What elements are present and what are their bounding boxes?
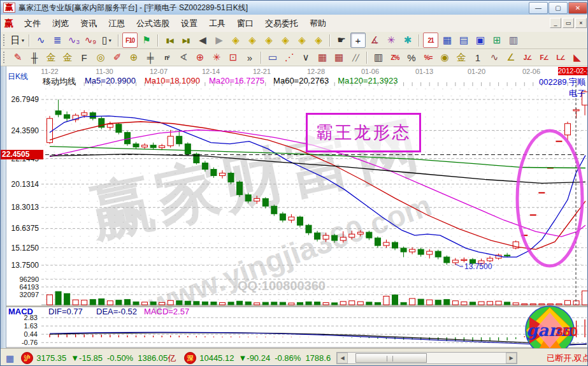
f10-info-icon[interactable]: F10 (122, 33, 138, 48)
gann-wheel-button-2-icon[interactable]: ◈ (245, 33, 260, 48)
box-select-icon[interactable]: ▭ (265, 50, 280, 65)
scrollbar-track[interactable] (348, 353, 506, 363)
menu-item-10[interactable]: 帮助 (304, 17, 332, 30)
target-circle-icon[interactable]: ⊕ (192, 50, 208, 65)
print-icon[interactable]: ▥ (506, 33, 521, 48)
time-comb-icon[interactable]: ╪ (143, 50, 158, 65)
connection-status[interactable]: 已断开,双点打开. (547, 353, 588, 364)
transfer-icon[interactable]: ⊞ (489, 33, 505, 48)
gold-circle-icon[interactable]: ◉ (437, 50, 452, 65)
gann-comb-icon[interactable]: ╫ (27, 50, 42, 65)
scale-ruler-icon[interactable]: ▥ (371, 50, 386, 65)
save-icon[interactable]: ▣ (473, 33, 488, 48)
scroll-left-arrow[interactable]: ◀ (337, 353, 348, 363)
v-wave-icon[interactable]: ∨ (298, 50, 313, 65)
svg-text:15.1250: 15.1250 (11, 244, 39, 253)
kline-chart-svg[interactable]: 26.794924.359022.144520.131418.301316.63… (1, 66, 588, 348)
horizontal-scrollbar[interactable]: ◀ ▶ (336, 352, 517, 364)
star-burst-icon[interactable]: ✳ (209, 50, 224, 65)
hand-tool-icon[interactable]: ☛ (334, 33, 349, 48)
red-grid-button-2-icon[interactable]: ▦ (331, 50, 347, 65)
n-square-icon[interactable]: n² (159, 50, 175, 65)
crosshair-tool-icon[interactable]: + (350, 33, 366, 48)
color-bar-icon-icon[interactable]: ⚑ (139, 33, 154, 48)
last-bar-icon[interactable]: ▶▮ (178, 33, 194, 48)
toolbar-grip[interactable] (3, 52, 6, 63)
web-tool-icon[interactable]: ✱ (400, 33, 415, 48)
mirror-angle-icon[interactable]: ∢ (176, 50, 191, 65)
maximize-button[interactable]: ▢ (549, 2, 568, 14)
wave-tool-icon[interactable]: ∿ (487, 50, 502, 65)
menu-item-4[interactable]: 江恩 (103, 17, 131, 30)
gann-wheel-button-3-icon[interactable]: ◈ (261, 33, 276, 48)
gann-wheel-button-6-icon[interactable]: ◈ (311, 33, 326, 48)
mdi-minimize-button[interactable]: _ (550, 18, 561, 28)
slash-lines-icon[interactable]: ╱╱ (348, 50, 363, 65)
window-left-frame (1, 66, 6, 348)
gann-wheel-button-1-icon[interactable]: ◈ (228, 33, 243, 48)
menu-item-9[interactable]: 交易委托 (259, 17, 304, 30)
spiral-tool-icon[interactable]: ◎ (93, 50, 108, 65)
minimize-button[interactable]: — (529, 2, 548, 14)
quote-grid-icon[interactable]: ▦ (6, 353, 14, 363)
gold-grid-button-1-icon[interactable]: 金 (43, 50, 59, 65)
mdi-close-button[interactable]: × (575, 18, 587, 28)
sz-down-arrow-icon: ▼ (238, 353, 247, 363)
red-grid-button-1-icon[interactable]: ▦ (315, 50, 330, 65)
calculator-icon[interactable]: ▦ (440, 33, 455, 48)
menu-item-7[interactable]: 工具 (203, 17, 231, 30)
gann-wheel-button-5-icon[interactable]: ◈ (294, 33, 310, 48)
calendar-icon[interactable]: 21 (423, 33, 438, 48)
kline-chart-area[interactable]: 赢家财富网 www.yingjia360.com QQ:100800360 26… (1, 66, 588, 348)
sh-down-arrow-icon: ▼ (71, 353, 79, 363)
menu-item-6[interactable]: 设置 (175, 17, 203, 30)
memo-icon[interactable]: ▤ (456, 33, 471, 48)
sh-index-value: 3175.35 (36, 353, 66, 363)
marker-pen-icon[interactable]: ✐ (110, 50, 125, 65)
fibo-grid-icon[interactable]: F (76, 50, 92, 65)
angle-measure-icon[interactable]: ∡ (367, 33, 382, 48)
minute-3-chart-icon-icon[interactable]: ∿₃ (66, 33, 82, 48)
f-angle-icon[interactable]: F∠ (536, 50, 552, 65)
close-button[interactable]: ✕ (568, 2, 587, 14)
gold-level-icon[interactable]: 金 (454, 50, 469, 65)
candle-style-icon[interactable]: ▯▼ (99, 33, 115, 48)
gold-grid-button-2-icon[interactable]: 金 (60, 50, 75, 65)
menu-item-3[interactable]: 资讯 (75, 17, 103, 30)
svg-text:0.44: 0.44 (24, 330, 38, 338)
gann-wheel-button-4-icon[interactable]: ◈ (278, 33, 293, 48)
flag-one-icon[interactable]: 1 (470, 50, 485, 65)
minute-9-chart-icon-icon[interactable]: ∿₉ (83, 33, 98, 48)
menu-item-5[interactable]: 公式选股 (131, 17, 175, 30)
run-angle-icon[interactable]: L∠ (553, 50, 568, 65)
toolbar-grip[interactable] (3, 34, 6, 46)
quote-list-icon-icon[interactable]: ≣ (50, 33, 65, 48)
menu-item-2[interactable]: 浏览 (47, 17, 75, 30)
first-bar-icon[interactable]: ▮◀ (162, 33, 177, 48)
percent-icon[interactable]: % (404, 50, 419, 65)
trend-chart-icon-icon[interactable]: ∿ (33, 33, 48, 48)
boxed-burst-icon[interactable]: ⊡ (226, 50, 241, 65)
shanghai-market-icon[interactable]: 沪 (21, 352, 33, 364)
more-tools-chevron-icon[interactable]: » (242, 50, 257, 65)
mdi-restore-button[interactable]: ▭ (563, 18, 574, 28)
block-angle-icon[interactable]: ◣ (570, 50, 585, 65)
cycle-circle-icon[interactable]: ⊕ (126, 50, 141, 65)
next-bar-icon[interactable]: ▶ (212, 33, 227, 48)
gold-angle-icon[interactable]: ∠ (503, 50, 519, 65)
percent-z-icon[interactable]: Z% (387, 50, 403, 65)
scroll-right-arrow[interactable]: ▶ (506, 353, 517, 363)
menu-item-8[interactable]: 窗口 (231, 17, 259, 30)
svg-text:96290: 96290 (19, 275, 39, 283)
menu-item-1[interactable]: 文件 (18, 17, 47, 30)
pencil-tool-icon[interactable]: ✎ (10, 50, 25, 65)
j-angle-icon[interactable]: J∠ (520, 50, 535, 65)
fan-lines-icon[interactable]: ⋰ (282, 50, 297, 65)
kline-period-icon[interactable]: 日▼ (10, 33, 25, 48)
percent-line-icon[interactable]: %= (420, 50, 436, 65)
clover-tool-icon[interactable]: ✳ (384, 33, 399, 48)
drawing-toolbar: ✎╫金金F◎✐⊕╪n²∢⊕✳⊡»▭⋰∨▦▦╱╱▥Z%%%=◉金1∿∠J∠F∠L∠… (1, 49, 588, 66)
shenzhen-market-icon[interactable]: 深 (184, 352, 196, 364)
scrollbar-thumb[interactable] (355, 353, 427, 363)
prev-bar-icon[interactable]: ◀ (195, 33, 210, 48)
